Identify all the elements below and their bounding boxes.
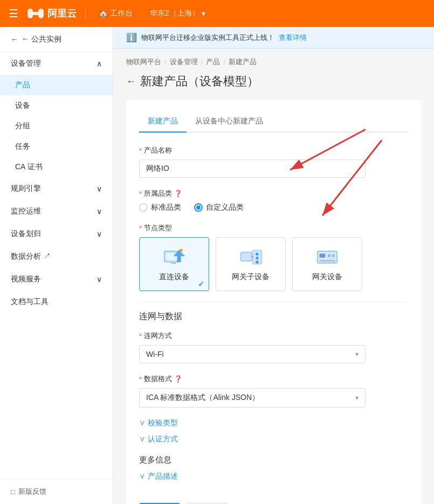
chevron-down-icon-monitor: ∨ [97,207,102,216]
page-title-row: ← 新建产品（设备模型） [126,73,421,89]
back-arrow-icon: ← [11,35,18,44]
radio-custom-category[interactable]: 自定义品类 [194,203,244,212]
sidebar-item-product[interactable]: 产品 [0,75,113,95]
node-type-direct[interactable]: 直连设备 [139,237,209,291]
node-type-label: * 节点类型 [139,223,408,233]
required-star-category: * [139,190,142,198]
radio-circle-custom [194,203,203,212]
logo-text: 阿里云 [47,7,77,20]
product-name-input[interactable] [139,160,366,178]
tab-new-product[interactable]: 新建产品 [139,111,187,133]
form-category: * 所属品类 ❓ 标准品类 [139,189,408,212]
form-product-name: * 产品名称 [139,146,408,178]
chevron-up-icon: ∧ [97,59,102,68]
sidebar-section-header-video[interactable]: 视频服务 ∨ [0,268,113,291]
collapse-product-description[interactable]: ∨ 产品描述 [139,472,408,481]
breadcrumb-device-management[interactable]: 设备管理 [170,57,198,67]
more-info-title: 更多信息 [139,455,408,465]
region-label: 华东2（上海） [150,9,199,18]
section-label-video: 视频服务 [11,274,41,284]
workbench-nav[interactable]: 🏠 工作台 [94,9,137,18]
section-label-data-analysis: 数据分析 ↗ [11,252,51,261]
gateway-sub-icon [239,246,263,268]
sidebar-public-label: ← 公共实例 [22,34,61,44]
radio-circle-standard [139,203,148,212]
main-layout: ← ← 公共实例 设备管理 ∧ 产品 设备 分组 任务 CA 证书 规则引擎 ∨ [0,27,434,504]
breadcrumb: 物联网平台 / 设备管理 / 产品 / 新建产品 [126,57,421,67]
region-selector[interactable]: 华东2（上海） ▾ [146,9,210,18]
sidebar-item-ca-cert[interactable]: CA 证书 [0,157,113,177]
data-format-select[interactable]: ICA 标准数据格式（Alink JSON） ▾ [139,388,366,408]
collapse-verification-type[interactable]: ∨ 校验类型 [139,418,408,428]
svg-point-21 [332,254,335,258]
svg-rect-9 [171,262,176,264]
data-format-help-icon[interactable]: ❓ [174,375,182,383]
category-label: * 所属品类 ❓ [139,189,408,198]
breadcrumb-iot-platform[interactable]: 物联网平台 [126,57,161,67]
node-type-gateway-sub[interactable]: 网关子设备 [216,237,286,291]
product-name-label: * 产品名称 [139,146,408,155]
network-method-select[interactable]: Wi-Fi ▾ [139,345,366,363]
svg-point-11 [180,248,183,252]
home-icon: 🏠 [99,9,108,18]
page-body: 物联网平台 / 设备管理 / 产品 / 新建产品 ← 新建产品（设备模型） 新建… [113,49,434,504]
page-title: 新建产品（设备模型） [140,73,259,89]
category-radio-group: 标准品类 自定义品类 [139,203,408,212]
chevron-down-icon-video: ∨ [97,275,102,284]
form-node-type: * 节点类型 [139,223,408,291]
required-star-node: * [139,224,142,232]
data-format-arrow-icon: ▾ [355,394,359,402]
network-method-value: Wi-Fi [146,350,164,358]
sidebar-item-group[interactable]: 分组 [0,116,113,136]
hamburger-menu[interactable]: ☰ [9,7,18,20]
sidebar-section-rule-engine: 规则引擎 ∨ [0,177,113,200]
sidebar-section-device-management: 设备管理 ∧ 产品 设备 分组 任务 CA 证书 [0,52,113,177]
breadcrumb-new-product: 新建产品 [229,57,257,67]
main-content: ℹ️ 物联网平台迁移企业版实例工具正式上线！ 查看详情 物联网平台 / 设备管理… [113,27,434,504]
svg-rect-22 [319,260,335,262]
gateway-sub-label: 网关子设备 [232,272,270,282]
sidebar-section-header-device-management[interactable]: 设备管理 ∧ [0,52,113,75]
sidebar-section-header-device-assign[interactable]: 设备划归 ∨ [0,223,113,245]
direct-device-icon [162,246,186,268]
info-banner-link[interactable]: 查看详情 [279,33,307,43]
logo-icon [27,6,44,20]
feedback-icon: □ [11,488,15,496]
sidebar-public-instance[interactable]: ← ← 公共实例 [0,27,113,52]
breadcrumb-product[interactable]: 产品 [206,57,220,67]
svg-point-14 [256,253,259,256]
sidebar-item-task[interactable]: 任务 [0,136,113,157]
section-label-docs: 文档与工具 [11,297,49,307]
collapse-auth-method[interactable]: ∨ 认证方式 [139,434,408,444]
svg-rect-12 [241,252,252,261]
node-type-gateway[interactable]: 网关设备 [292,237,362,291]
sidebar-section-header-data-analysis[interactable]: 数据分析 ↗ [0,245,113,268]
tab-from-device-center[interactable]: 从设备中心新建产品 [187,111,272,133]
select-arrow-icon: ▾ [355,350,359,358]
sidebar-section-docs: 文档与工具 [0,291,113,313]
sidebar-item-device[interactable]: 设备 [0,95,113,116]
gateway-icon [315,246,339,268]
sidebar-section-data-analysis: 数据分析 ↗ [0,245,113,268]
sidebar-section-header-docs[interactable]: 文档与工具 [0,291,113,313]
radio-standard-category[interactable]: 标准品类 [139,203,181,212]
top-navigation: ☰ 阿里云 🏠 工作台 华东2（上海） ▾ [0,0,434,27]
sidebar-section-header-rule-engine[interactable]: 规则引擎 ∨ [0,177,113,200]
section-label-device-management: 设备管理 [11,59,41,68]
sidebar-footer-feedback[interactable]: □ 新版反馈 [0,479,113,504]
page-back-arrow[interactable]: ← [126,76,136,87]
gateway-label: 网关设备 [312,272,342,282]
nav-divider [85,7,86,20]
sidebar: ← ← 公共实例 设备管理 ∧ 产品 设备 分组 任务 CA 证书 规则引擎 ∨ [0,27,113,504]
svg-rect-2 [31,12,40,15]
sidebar-section-monitor: 监控运维 ∨ [0,200,113,223]
sidebar-footer-label: 新版反馈 [18,487,46,496]
info-banner: ℹ️ 物联网平台迁移企业版实例工具正式上线！ 查看详情 [113,27,434,49]
section-label-monitor: 监控运维 [11,206,41,216]
info-banner-text: 物联网平台迁移企业版实例工具正式上线！ [141,33,274,43]
sidebar-section-header-monitor[interactable]: 监控运维 ∨ [0,200,113,223]
chevron-down-icon-rule: ∨ [97,184,102,193]
form-actions: 确认 取消 [139,494,408,504]
category-help-icon[interactable]: ❓ [174,190,182,197]
svg-point-15 [256,257,259,260]
